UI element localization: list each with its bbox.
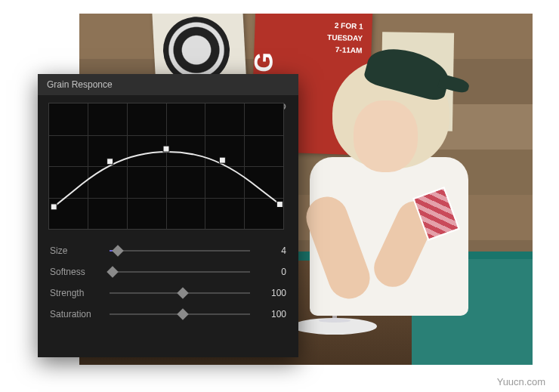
slider-saturation: Saturation 100 [50,304,286,325]
slider-softness-track[interactable] [110,271,250,273]
slider-saturation-value: 100 [261,309,286,319]
slider-softness-value: 0 [261,267,286,277]
curve-point[interactable] [276,202,283,208]
slider-strength-thumb[interactable] [177,287,189,299]
slider-strength: Strength 100 [50,282,286,304]
slider-softness-label: Softness [50,267,107,277]
panel-title: Grain Responce [38,74,298,95]
slider-softness-thumb[interactable] [107,266,119,278]
slider-strength-value: 100 [261,288,286,298]
curve-point[interactable] [163,146,169,152]
slider-size-value: 4 [261,245,286,256]
slider-saturation-thumb[interactable] [177,308,189,320]
sliders-group: Size 4 Softness 0 Strength 100 Saturatio… [38,233,298,325]
person [295,59,491,316]
slider-saturation-label: Saturation [50,309,107,319]
slider-strength-track[interactable] [110,292,250,294]
watermark: Yuucn.com [497,376,545,387]
slider-saturation-track[interactable] [110,313,250,315]
curve-editor[interactable] [48,103,284,230]
grain-response-panel: Grain Responce Size 4 Softness [38,74,298,357]
slider-size-label: Size [50,245,107,256]
curve-path[interactable] [49,103,283,230]
slider-strength-label: Strength [50,288,107,298]
slider-size-thumb[interactable] [112,245,124,257]
slider-softness: Softness 0 [50,261,286,282]
slider-size: Size 4 [50,240,286,261]
curve-point[interactable] [107,159,113,165]
poster-lines: 2 FOR 1 TUESDAY 7-11AM [326,20,363,57]
slider-size-track[interactable] [110,250,250,252]
curve-point[interactable] [219,157,225,163]
curve-point[interactable] [51,204,57,210]
